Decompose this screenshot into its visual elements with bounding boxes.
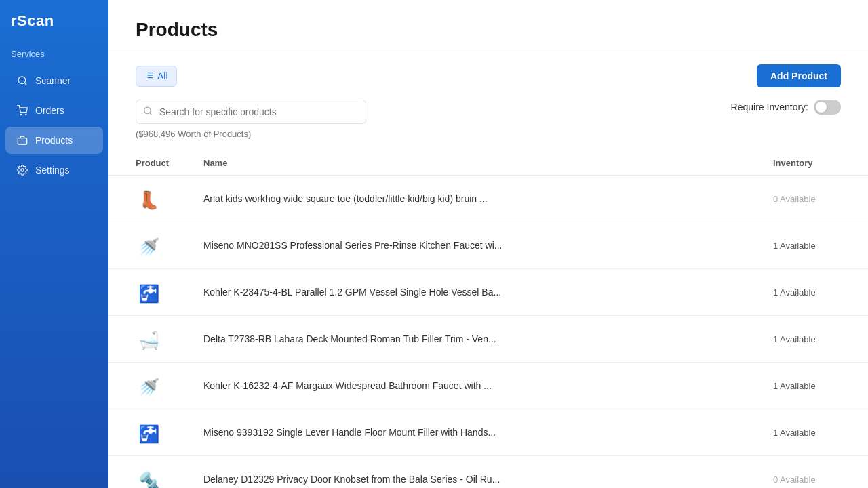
require-inventory-label: Require Inventory:	[731, 102, 808, 113]
products-icon	[16, 134, 28, 146]
product-thumb-cell: 👢	[108, 176, 190, 222]
page-header: Products	[108, 0, 868, 52]
availability-badge: 0 Available	[773, 474, 816, 485]
sidebar-item-scanner-label: Scanner	[35, 75, 71, 86]
table-row[interactable]: 🛁 Delta T2738-RB Lahara Deck Mounted Rom…	[108, 316, 868, 363]
search-area: ($968,496 Worth of Products)	[136, 100, 366, 139]
sidebar-section-label: Services	[0, 45, 108, 66]
toolbar: All Add Product	[108, 52, 868, 87]
product-name-cell: Kohler K-23475-4-BL Parallel 1.2 GPM Ves…	[190, 269, 760, 316]
availability-badge: 1 Available	[773, 334, 816, 344]
sidebar-item-orders-label: Orders	[35, 105, 64, 116]
sidebar: rScan Services Scanner Orders Products S…	[0, 0, 108, 488]
product-name-cell: Miseno 9393192 Single Lever Handle Floor…	[190, 409, 760, 456]
product-thumb-cell: 🔩	[108, 456, 190, 489]
svg-point-3	[26, 114, 26, 115]
sidebar-item-products-label: Products	[35, 135, 73, 146]
settings-icon	[16, 164, 28, 176]
product-thumb-cell: 🚿	[108, 222, 190, 269]
svg-point-2	[20, 114, 21, 115]
product-inventory-cell: 1 Available	[760, 316, 868, 363]
require-inventory-row: Require Inventory:	[731, 100, 841, 115]
product-thumbnail: 🚰	[136, 277, 165, 307]
product-inventory-cell: 1 Available	[760, 269, 868, 316]
product-name-cell: Delaney D12329 Privacy Door Knobset from…	[190, 456, 760, 489]
product-thumbnail: 👢	[136, 184, 165, 214]
svg-line-1	[24, 83, 26, 85]
product-thumb-cell: 🚰	[108, 409, 190, 456]
products-table: Product Name Inventory 👢 Ariat kids work…	[108, 151, 868, 488]
svg-text:🚿: 🚿	[138, 377, 160, 398]
svg-text:🛁: 🛁	[138, 330, 160, 351]
filter-tabs: All	[136, 66, 177, 87]
product-thumbnail: 🚿	[136, 371, 165, 401]
search-wrapper	[136, 100, 366, 124]
app-logo: rScan	[0, 0, 108, 45]
add-product-button[interactable]: Add Product	[757, 64, 841, 87]
product-thumb-cell: 🛁	[108, 316, 190, 363]
table-row[interactable]: 🔩 Delaney D12329 Privacy Door Knobset fr…	[108, 456, 868, 489]
product-name-cell: Delta T2738-RB Lahara Deck Mounted Roman…	[190, 316, 760, 363]
scanner-icon	[16, 75, 28, 87]
product-name-cell: Ariat kids workhog wide square toe (todd…	[190, 176, 760, 222]
svg-point-5	[21, 169, 24, 171]
availability-badge: 1 Available	[773, 428, 816, 438]
table-row[interactable]: 🚿 Miseno MNO281SS Professional Series Pr…	[108, 222, 868, 269]
page-title: Products	[136, 19, 841, 41]
product-name-cell: Miseno MNO281SS Professional Series Pre-…	[190, 222, 760, 269]
sidebar-item-settings[interactable]: Settings	[5, 157, 103, 184]
svg-text:🚰: 🚰	[138, 283, 160, 304]
availability-badge: 1 Available	[773, 241, 816, 251]
product-inventory-cell: 1 Available	[760, 363, 868, 409]
svg-rect-4	[18, 138, 26, 144]
product-thumbnail: 🔩	[136, 464, 165, 488]
product-thumbnail: 🛁	[136, 324, 165, 354]
table-row[interactable]: 🚰 Kohler K-23475-4-BL Parallel 1.2 GPM V…	[108, 269, 868, 316]
sidebar-item-orders[interactable]: Orders	[5, 97, 103, 124]
availability-badge: 1 Available	[773, 381, 816, 391]
availability-badge: 0 Available	[773, 194, 816, 204]
product-thumbnail: 🚰	[136, 418, 165, 447]
product-thumb-cell: 🚿	[108, 363, 190, 409]
sidebar-item-settings-label: Settings	[35, 165, 70, 176]
product-thumbnail: 🚿	[136, 230, 165, 260]
product-inventory-cell: 1 Available	[760, 409, 868, 456]
product-inventory-cell: 1 Available	[760, 222, 868, 269]
orders-icon	[16, 104, 28, 117]
col-inventory: Inventory	[760, 151, 868, 176]
products-tbody: 👢 Ariat kids workhog wide square toe (to…	[108, 176, 868, 489]
sidebar-item-products[interactable]: Products	[5, 127, 103, 154]
svg-text:🚿: 🚿	[138, 237, 160, 258]
table-row[interactable]: 🚰 Miseno 9393192 Single Lever Handle Flo…	[108, 409, 868, 456]
table-row[interactable]: 👢 Ariat kids workhog wide square toe (to…	[108, 176, 868, 222]
list-icon	[144, 70, 154, 82]
main-content: Products All Add Product ($968,496 Worth…	[108, 0, 868, 488]
toggle-knob	[816, 102, 827, 113]
sidebar-item-scanner[interactable]: Scanner	[5, 67, 103, 94]
col-product: Product	[108, 151, 190, 176]
table-row[interactable]: 🚿 Kohler K-16232-4-AF Margaux Widespread…	[108, 363, 868, 409]
filter-tab-all[interactable]: All	[136, 66, 177, 87]
filter-all-label: All	[157, 70, 168, 81]
availability-badge: 1 Available	[773, 287, 816, 298]
svg-text:👢: 👢	[138, 190, 160, 211]
svg-text:🔩: 🔩	[138, 470, 160, 488]
product-count: ($968,496 Worth of Products)	[136, 129, 366, 139]
search-input[interactable]	[136, 100, 366, 124]
search-filter-row: ($968,496 Worth of Products) Require Inv…	[108, 100, 868, 139]
product-name-cell: Kohler K-16232-4-AF Margaux Widespread B…	[190, 363, 760, 409]
require-inventory-toggle[interactable]	[814, 100, 841, 115]
col-name: Name	[190, 151, 760, 176]
product-thumb-cell: 🚰	[108, 269, 190, 316]
product-inventory-cell: 0 Available	[760, 456, 868, 489]
svg-text:🚰: 🚰	[138, 424, 160, 445]
product-inventory-cell: 0 Available	[760, 176, 868, 222]
